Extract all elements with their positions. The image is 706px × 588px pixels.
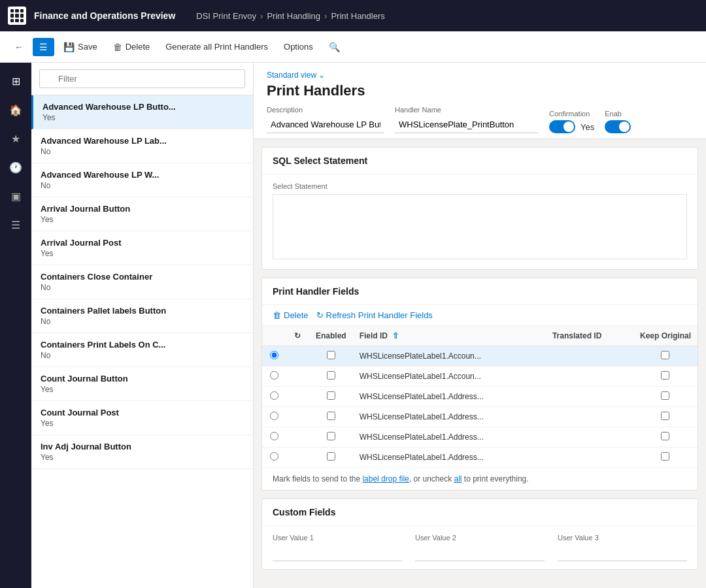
enabled-toggle[interactable]: [605, 120, 631, 133]
list-item[interactable]: Containers Pallet labels Button No: [31, 299, 253, 333]
search-button[interactable]: 🔍: [322, 38, 346, 56]
app-grid-icon[interactable]: [8, 7, 26, 25]
description-field-group: Description: [267, 106, 384, 133]
list-item[interactable]: Containers Close Container No: [31, 265, 253, 299]
radio-cell-2[interactable]: [262, 387, 286, 407]
description-input[interactable]: [267, 116, 384, 133]
list-item[interactable]: Advanced Warehouse LP Lab... No: [31, 129, 253, 163]
breadcrumb-item-3[interactable]: Print Handlers: [331, 11, 384, 21]
enabled-cell-4[interactable]: [309, 427, 353, 448]
fields-toolbar: 🗑 Delete ↻ Refresh Print Handler Fields: [262, 305, 698, 326]
radio-cell-0[interactable]: [262, 346, 286, 367]
nav-modules-icon[interactable]: ☰: [4, 213, 27, 237]
row-radio-0[interactable]: [270, 351, 278, 359]
nav-workspaces-icon[interactable]: ▣: [4, 184, 27, 208]
list-item[interactable]: Arrival Journal Button Yes: [31, 197, 253, 231]
fields-refresh-label: Refresh Print Handler Fields: [326, 310, 433, 320]
keep-original-checkbox-1[interactable]: [661, 371, 669, 380]
nav-recent-icon[interactable]: 🕐: [4, 155, 27, 179]
list-item-title: Arrival Journal Post: [41, 238, 244, 248]
keep-original-cell-3[interactable]: [633, 407, 698, 427]
keep-original-cell-0[interactable]: [633, 346, 698, 367]
confirmation-toggle[interactable]: [549, 120, 575, 133]
view-toggle[interactable]: Standard view ⌄: [267, 71, 693, 80]
enabled-cell-2[interactable]: [309, 387, 353, 407]
table-row: WHSLicensePlateLabel1.Address...: [262, 387, 698, 407]
keep-original-checkbox-3[interactable]: [661, 412, 669, 420]
list-item[interactable]: Count Journal Button Yes: [31, 367, 253, 401]
list-item-title: Inv Adj Journal Button: [41, 442, 244, 451]
radio-cell-4[interactable]: [262, 427, 286, 448]
handler-name-input[interactable]: [395, 116, 539, 133]
radio-cell-3[interactable]: [262, 407, 286, 427]
label-drop-link[interactable]: label drop file: [362, 474, 409, 483]
enabled-checkbox-1[interactable]: [327, 371, 335, 380]
row-radio-1[interactable]: [270, 371, 278, 380]
back-button[interactable]: ←: [8, 38, 30, 56]
list-item[interactable]: Inv Adj Journal Button Yes: [31, 435, 253, 469]
field-id-cell-3: WHSLicensePlateLabel1.Address...: [353, 407, 546, 427]
fields-table-wrap: ↻ Enabled Field ID ⇧ Translated ID Keep …: [262, 326, 698, 468]
search-icon: 🔍: [329, 42, 340, 52]
options-button[interactable]: Options: [277, 38, 320, 56]
list-item-sub: No: [41, 351, 244, 360]
custom-field-input-1[interactable]: [415, 544, 545, 561]
refresh-cell-3: [286, 407, 309, 427]
sql-section-body: Select Statement: [262, 174, 698, 269]
keep-original-checkbox-2[interactable]: [661, 391, 669, 400]
row-radio-2[interactable]: [270, 391, 278, 400]
custom-field-input-0[interactable]: [273, 544, 402, 561]
keep-original-cell-5[interactable]: [633, 448, 698, 468]
keep-original-cell-4[interactable]: [633, 427, 698, 448]
list-item[interactable]: Advanced Warehouse LP Butto... Yes: [31, 95, 253, 129]
fields-delete-button[interactable]: 🗑 Delete: [273, 310, 309, 320]
save-button[interactable]: 💾 Save: [57, 38, 104, 56]
row-radio-4[interactable]: [270, 432, 278, 440]
keep-original-cell-2[interactable]: [633, 387, 698, 407]
all-link[interactable]: all: [454, 474, 462, 483]
row-radio-5[interactable]: [270, 452, 278, 461]
list-item[interactable]: Arrival Journal Post Yes: [31, 231, 253, 265]
breadcrumb-item-2[interactable]: Print Handling: [267, 11, 320, 21]
keep-original-checkbox-5[interactable]: [661, 452, 669, 461]
row-radio-3[interactable]: [270, 412, 278, 420]
delete-button[interactable]: 🗑 Delete: [107, 38, 157, 56]
refresh-cell-1: [286, 367, 309, 387]
nav-favorites-icon[interactable]: ★: [4, 127, 27, 150]
enabled-checkbox-2[interactable]: [327, 391, 335, 400]
list-item[interactable]: Count Journal Post Yes: [31, 401, 253, 435]
keep-original-checkbox-0[interactable]: [661, 351, 669, 359]
radio-cell-5[interactable]: [262, 448, 286, 468]
enabled-checkbox-4[interactable]: [327, 432, 335, 440]
keep-original-checkbox-4[interactable]: [661, 432, 669, 440]
enabled-checkbox-5[interactable]: [327, 452, 335, 461]
list-item[interactable]: Containers Print Labels On C... No: [31, 333, 253, 367]
fields-info-text: Mark fields to send to the label drop fi…: [262, 468, 698, 490]
radio-cell-1[interactable]: [262, 367, 286, 387]
custom-field-input-2[interactable]: [558, 544, 687, 561]
filter-input[interactable]: [39, 69, 245, 88]
breadcrumb-sep-2: ›: [324, 11, 327, 21]
enabled-checkbox-3[interactable]: [327, 412, 335, 420]
list-item[interactable]: Advanced Warehouse LP W... No: [31, 163, 253, 197]
select-statement-input[interactable]: [273, 194, 687, 259]
enabled-cell-5[interactable]: [309, 448, 353, 468]
breadcrumb-item-1[interactable]: DSI Print Envoy: [196, 11, 256, 21]
list-item-title: Count Journal Post: [41, 408, 244, 417]
nav-home-icon[interactable]: 🏠: [4, 98, 27, 122]
enabled-cell-0[interactable]: [309, 346, 353, 367]
fields-refresh-button[interactable]: ↻ Refresh Print Handler Fields: [316, 310, 433, 320]
menu-button[interactable]: ☰: [33, 38, 54, 56]
field-row: Description Handler Name Confirmation Ye…: [267, 106, 693, 133]
col-refresh: ↻: [286, 326, 309, 346]
sql-section-title: SQL Select Statement: [262, 148, 698, 174]
translated-id-cell-0: [546, 346, 633, 367]
generate-button[interactable]: Generate all Print Handlers: [159, 38, 275, 56]
enabled-cell-1[interactable]: [309, 367, 353, 387]
keep-original-cell-1[interactable]: [633, 367, 698, 387]
save-icon: 💾: [63, 42, 75, 52]
enabled-checkbox-0[interactable]: [327, 351, 335, 359]
filter-wrap: 🔍: [39, 69, 245, 88]
enabled-cell-3[interactable]: [309, 407, 353, 427]
nav-grid-icon[interactable]: ⊞: [4, 69, 27, 93]
